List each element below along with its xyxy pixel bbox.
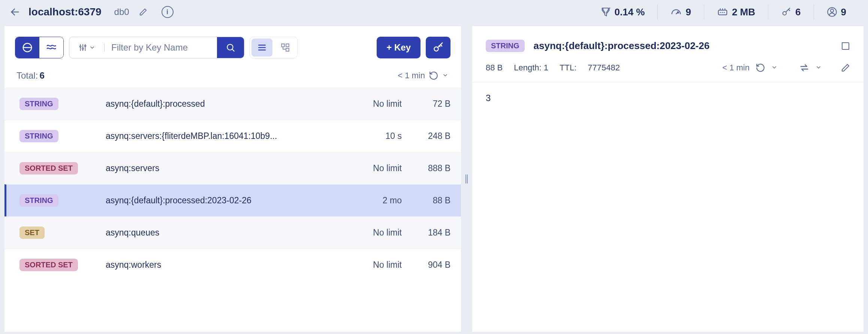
stat-cpu: 0.14 % xyxy=(588,4,658,20)
detail-size: 88 B xyxy=(486,63,503,73)
detail-pane: STRING asynq:{default}:processed:2023-02… xyxy=(472,26,864,332)
key-name: asynq:{default}:processed:2023-02-26 xyxy=(106,195,334,206)
key-ttl: No limit xyxy=(334,163,402,173)
svg-point-12 xyxy=(82,48,84,49)
key-type-badge: STRING xyxy=(19,98,58,110)
refresh-button[interactable] xyxy=(429,71,438,81)
key-row[interactable]: SORTED SETasynq:workersNo limit904 B xyxy=(4,249,461,281)
detail-ttl-value: 7775482 xyxy=(588,63,620,73)
expand-icon xyxy=(841,42,850,51)
svg-rect-20 xyxy=(281,44,284,47)
stat-memory: 2 MB xyxy=(704,4,768,20)
waves-icon xyxy=(46,42,57,53)
detail-edit-button[interactable] xyxy=(841,63,850,72)
user-icon xyxy=(827,7,837,17)
detail-refresh-button[interactable] xyxy=(756,63,765,73)
back-button[interactable] xyxy=(9,6,21,18)
key-name: asynq:{default}:processed xyxy=(106,99,334,109)
detail-type-badge: STRING xyxy=(486,40,525,52)
key-size: 72 B xyxy=(402,99,450,109)
pencil-icon xyxy=(139,8,147,16)
sliders-icon xyxy=(79,43,87,52)
edit-db-button[interactable] xyxy=(139,8,147,16)
key-row[interactable]: STRINGasynq:servers:{fliterdeMBP.lan:160… xyxy=(4,120,461,152)
key-size: 184 B xyxy=(402,228,450,238)
view-tree[interactable] xyxy=(275,39,296,57)
add-key-label: + Key xyxy=(386,42,411,53)
total-label: Total: xyxy=(16,70,38,81)
key-ttl: 10 s xyxy=(334,131,402,141)
tree-icon xyxy=(280,43,290,52)
search-button[interactable] xyxy=(217,37,244,58)
total-value: 6 xyxy=(39,70,44,81)
scan-mode-pattern[interactable] xyxy=(39,37,63,58)
view-list[interactable] xyxy=(251,39,272,57)
detail-key-name: asynq:{default}:processed:2023-02-26 xyxy=(534,40,710,52)
chevron-down-icon xyxy=(816,64,822,70)
detail-value: 3 xyxy=(472,82,864,114)
detail-swap-options[interactable] xyxy=(816,64,822,71)
svg-point-14 xyxy=(84,45,86,47)
key-type-badge: SORTED SET xyxy=(19,259,78,271)
gauge-icon xyxy=(670,6,682,18)
scan-mode-exact[interactable] xyxy=(15,37,39,58)
total-row: Total: 6 < 1 min xyxy=(4,65,461,88)
svg-rect-22 xyxy=(286,48,289,51)
stat-cpu-value: 0.14 % xyxy=(615,6,645,18)
key-type-badge: SET xyxy=(19,227,45,239)
key-size: 888 B xyxy=(402,163,450,173)
list-icon xyxy=(257,43,267,52)
info-button[interactable]: i xyxy=(162,6,174,18)
key-type-badge: SORTED SET xyxy=(19,162,78,174)
key-size: 904 B xyxy=(402,260,450,270)
svg-rect-26 xyxy=(842,43,849,49)
memory-icon xyxy=(717,6,728,18)
target-icon xyxy=(22,42,33,53)
key-name: asynq:servers xyxy=(106,163,334,173)
chevron-down-icon xyxy=(771,64,777,70)
chevron-down-icon xyxy=(442,72,448,78)
key-row[interactable]: SETasynq:queuesNo limit184 B xyxy=(4,216,461,249)
view-mode-toggle xyxy=(250,37,298,58)
detail-length: Length: 1 xyxy=(514,63,548,73)
refresh-age: < 1 min xyxy=(398,71,425,81)
filter-type-dropdown[interactable] xyxy=(69,43,105,52)
filter-input[interactable] xyxy=(105,42,217,53)
stat-keys: 6 xyxy=(768,4,813,20)
pencil-icon xyxy=(841,63,850,72)
key-name: asynq:servers:{fliterdeMBP.lan:16041:10b… xyxy=(106,131,334,141)
refresh-options[interactable] xyxy=(442,72,449,79)
key-row[interactable]: SORTED SETasynq:serversNo limit888 B xyxy=(4,152,461,184)
bulk-actions-button[interactable] xyxy=(426,37,450,58)
key-ttl: No limit xyxy=(334,228,402,238)
svg-rect-21 xyxy=(286,44,289,47)
add-key-button[interactable]: + Key xyxy=(377,37,421,58)
key-name: asynq:queues xyxy=(106,228,334,238)
expand-button[interactable] xyxy=(841,42,850,51)
key-row[interactable]: STRINGasynq:{default}:processed:2023-02-… xyxy=(4,184,461,216)
detail-meta-right: < 1 min xyxy=(722,63,850,73)
swap-icon xyxy=(799,63,810,73)
detail-refresh-options[interactable] xyxy=(771,64,778,71)
svg-line-2 xyxy=(676,12,678,14)
db-name: db0 xyxy=(114,7,129,17)
key-row[interactable]: STRINGasynq:{default}:processedNo limit7… xyxy=(4,88,461,120)
main-split: + Key Total: 6 < 1 min STRINGasynq:{defa… xyxy=(0,24,868,334)
stat-memory-value: 2 MB xyxy=(732,6,755,18)
stat-ops-value: 9 xyxy=(685,6,691,18)
svg-line-16 xyxy=(232,49,234,51)
funnel-icon xyxy=(600,7,611,17)
detail-swap-button[interactable] xyxy=(799,63,810,73)
key-solid-icon xyxy=(433,42,444,53)
host-title: localhost:6379 xyxy=(28,6,102,18)
key-type-badge: STRING xyxy=(19,194,58,207)
svg-point-6 xyxy=(830,9,833,12)
refresh-icon xyxy=(756,63,765,73)
keys-pane: + Key Total: 6 < 1 min STRINGasynq:{defa… xyxy=(4,26,461,332)
key-size: 248 B xyxy=(402,131,450,141)
pane-splitter[interactable] xyxy=(461,26,472,332)
key-type-badge: STRING xyxy=(19,130,58,142)
svg-point-10 xyxy=(79,46,81,47)
arrow-left-icon xyxy=(10,7,20,17)
refresh-icon xyxy=(429,71,438,81)
